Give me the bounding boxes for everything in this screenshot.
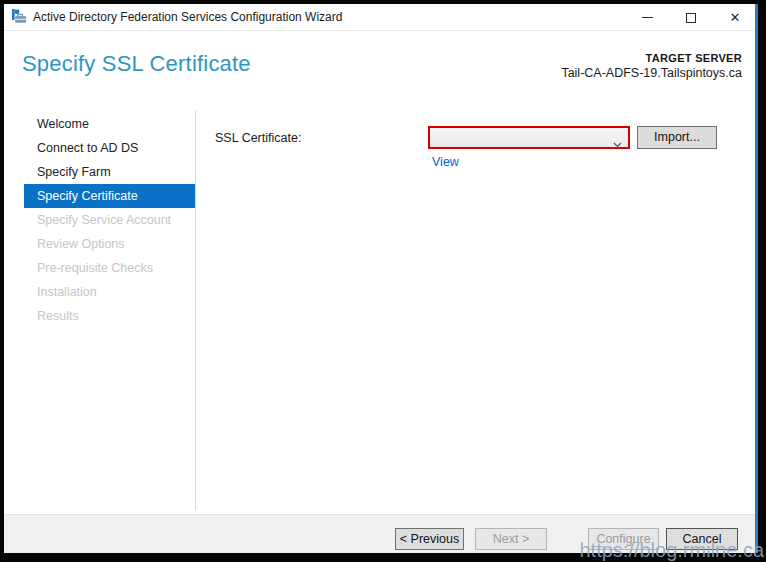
target-server-name: Tail-CA-ADFS-19.Tailspintoys.ca (561, 66, 742, 80)
close-icon: ✕ (730, 11, 741, 24)
minimize-button[interactable] (625, 4, 669, 31)
sidebar-item-results: Results (24, 304, 195, 328)
target-server-block: TARGET SERVER Tail-CA-ADFS-19.Tailspinto… (561, 52, 742, 80)
sidebar-item-specify-certificate[interactable]: Specify Certificate (24, 184, 195, 208)
chevron-down-icon (613, 134, 622, 152)
window-title: Active Directory Federation Services Con… (33, 4, 342, 31)
maximize-icon (686, 13, 696, 23)
blog-watermark: https://blog.rmilne.ca (579, 539, 764, 562)
sidebar-item-pre-requisite-checks: Pre-requisite Checks (24, 256, 195, 280)
sidebar-item-connect-to-ad-ds[interactable]: Connect to AD DS (24, 136, 195, 160)
page-title: Specify SSL Certificate (22, 51, 251, 77)
wizard-window: Active Directory Federation Services Con… (4, 4, 758, 553)
maximize-button[interactable] (669, 4, 713, 31)
minimize-icon (642, 17, 653, 18)
sidebar-divider (195, 110, 196, 510)
close-button[interactable]: ✕ (713, 4, 757, 31)
sidebar-item-specify-service-account: Specify Service Account (24, 208, 195, 232)
import-button[interactable]: Import... (637, 126, 717, 149)
sidebar-item-welcome[interactable]: Welcome (24, 112, 195, 136)
previous-button[interactable]: < Previous (395, 528, 464, 550)
sidebar-item-installation: Installation (24, 280, 195, 304)
wizard-steps-sidebar: Welcome Connect to AD DS Specify Farm Sp… (24, 112, 195, 328)
target-server-label: TARGET SERVER (561, 52, 742, 64)
next-button: Next > (475, 528, 547, 550)
sidebar-item-review-options: Review Options (24, 232, 195, 256)
sidebar-item-specify-farm[interactable]: Specify Farm (24, 160, 195, 184)
ssl-certificate-combobox[interactable] (428, 126, 630, 149)
ssl-certificate-label: SSL Certificate: (215, 131, 301, 145)
adfs-wizard-icon (11, 9, 27, 25)
screenshot-frame: Active Directory Federation Services Con… (0, 0, 766, 562)
title-bar: Active Directory Federation Services Con… (4, 4, 755, 31)
view-certificate-link[interactable]: View (432, 155, 459, 169)
